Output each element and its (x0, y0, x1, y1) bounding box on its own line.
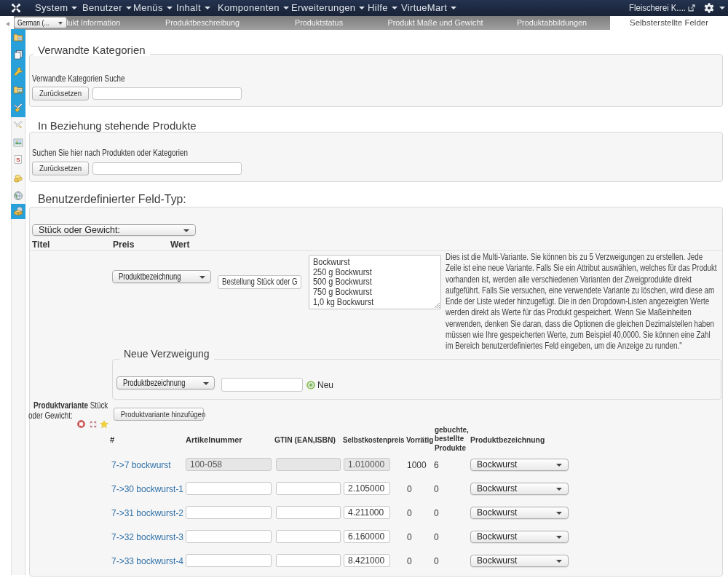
svg-text:S: S (16, 157, 20, 163)
